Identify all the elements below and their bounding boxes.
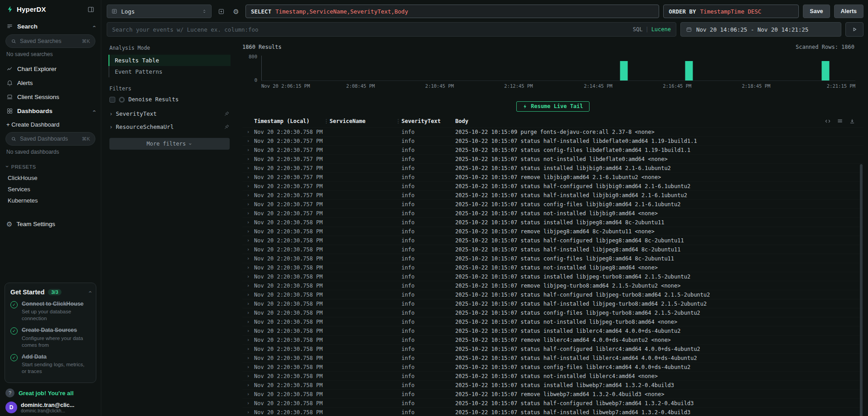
row-expand-icon[interactable]: ›	[242, 337, 254, 343]
more-filters-button[interactable]: More filters ›	[109, 138, 230, 150]
event-search-box[interactable]: SQL | Lucene	[107, 22, 676, 37]
source-settings-button[interactable]: ⚙	[231, 5, 241, 18]
histogram-bar[interactable]	[822, 61, 830, 80]
preset-clickhouse[interactable]: ClickHouse	[0, 172, 101, 184]
table-row[interactable]: ›Nov 20 2:20:30.758 PMinfo2025-10-22 10:…	[242, 217, 863, 227]
chart-plot[interactable]	[261, 56, 855, 81]
table-row[interactable]: ›Nov 20 2:20:30.758 PMinfo2025-10-22 10:…	[242, 371, 863, 380]
row-expand-icon[interactable]: ›	[242, 265, 254, 270]
row-expand-icon[interactable]: ›	[242, 283, 254, 288]
sidebar-item-team-settings[interactable]: ⚙ Team Settings	[0, 217, 101, 231]
row-expand-icon[interactable]: ›	[242, 292, 254, 298]
row-expand-icon[interactable]: ›	[242, 328, 254, 334]
get-started-step-connect[interactable]: ✓ Connect to ClickHouse Set up your data…	[10, 301, 90, 322]
row-expand-icon[interactable]: ›	[242, 319, 254, 325]
row-expand-icon[interactable]: ›	[242, 246, 254, 252]
table-row[interactable]: ›Nov 20 2:20:30.758 PMinfo2025-10-22 10:…	[242, 353, 863, 362]
get-started-step-sources[interactable]: ✓ Create Data Sources Configure where yo…	[10, 327, 90, 349]
save-button[interactable]: Save	[803, 5, 830, 18]
row-expand-icon[interactable]: ›	[242, 147, 254, 153]
mode-event-patterns[interactable]: Event Patterns	[108, 66, 231, 77]
col-servicename[interactable]: ServiceName	[330, 118, 401, 124]
table-row[interactable]: ›Nov 20 2:20:30.758 PMinfo2025-10-22 10:…	[242, 389, 863, 398]
denoise-results-toggle[interactable]: Denoise Results	[108, 95, 231, 107]
row-density-icon[interactable]	[837, 118, 843, 124]
table-row[interactable]: ›Nov 20 2:20:30.757 PMinfo2025-10-22 10:…	[242, 181, 863, 190]
alerts-button[interactable]: Alerts	[834, 5, 863, 18]
row-expand-icon[interactable]: ›	[242, 174, 254, 180]
row-expand-icon[interactable]: ›	[242, 391, 254, 397]
scrollbar[interactable]	[860, 164, 863, 416]
row-expand-icon[interactable]: ›	[242, 138, 254, 144]
table-row[interactable]: ›Nov 20 2:20:30.758 PMinfo2025-10-22 10:…	[242, 272, 863, 281]
saved-searches-input[interactable]: Saved Searches ⌘K	[5, 34, 95, 48]
row-expand-icon[interactable]: ›	[242, 237, 254, 243]
sql-toggle[interactable]: SQL	[633, 26, 643, 33]
user-menu[interactable]: D dominic.tran@clic... dominic.tran@clic…	[0, 398, 101, 413]
pin-icon[interactable]	[224, 124, 230, 130]
table-row[interactable]: ›Nov 20 2:20:30.757 PMinfo2025-10-22 10:…	[242, 154, 863, 163]
sidebar-section-dashboards[interactable]: Dashboards ›	[0, 104, 101, 118]
table-row[interactable]: ›Nov 20 2:20:30.758 PMinfo2025-10-22 10:…	[242, 326, 863, 335]
lucene-toggle[interactable]: Lucene	[651, 26, 671, 33]
table-row[interactable]: ›Nov 20 2:20:30.758 PMinfo2025-10-22 10:…	[242, 281, 863, 290]
row-expand-icon[interactable]: ›	[242, 301, 254, 307]
row-expand-icon[interactable]: ›	[242, 373, 254, 379]
table-row[interactable]: ›Nov 20 2:20:30.757 PMinfo2025-10-22 10:…	[242, 163, 863, 172]
sidebar-item-client-sessions[interactable]: Client Sessions	[0, 90, 101, 104]
checkbox[interactable]	[109, 97, 115, 103]
order-by-input[interactable]: ORDER BY TimestampTime DESC	[663, 5, 799, 18]
date-range-picker[interactable]: Nov 20 14:06:25 - Nov 20 14:21:25	[680, 22, 841, 37]
table-row[interactable]: ›Nov 20 2:20:30.757 PMinfo2025-10-22 10:…	[242, 145, 863, 154]
code-view-icon[interactable]	[825, 118, 831, 124]
col-timestamp[interactable]: Timestamp (Local)	[254, 118, 330, 124]
row-expand-icon[interactable]: ›	[242, 409, 254, 415]
row-expand-icon[interactable]: ›	[242, 201, 254, 207]
help-button[interactable]: ?	[5, 388, 14, 397]
run-query-button[interactable]	[845, 22, 863, 37]
lucene-search-input[interactable]	[112, 26, 629, 33]
preset-kubernetes[interactable]: Kubernetes	[0, 195, 101, 206]
get-started-step-add-data[interactable]: ✓ Add Data Start sending logs, metrics, …	[10, 354, 90, 375]
row-expand-icon[interactable]: ›	[242, 382, 254, 388]
col-body[interactable]: Body	[455, 118, 825, 124]
download-icon[interactable]	[849, 118, 855, 124]
resume-live-tail-button[interactable]: Resume Live Tail	[516, 101, 590, 112]
sidebar-item-alerts[interactable]: Alerts	[0, 76, 101, 90]
source-selector[interactable]: Logs	[107, 5, 212, 18]
mode-results-table[interactable]: Results Table	[108, 55, 231, 66]
table-row[interactable]: ›Nov 20 2:20:30.758 PMinfo2025-10-22 10:…	[242, 308, 863, 317]
row-expand-icon[interactable]: ›	[242, 165, 254, 171]
preset-services[interactable]: Services	[0, 184, 101, 195]
table-row[interactable]: ›Nov 20 2:20:30.758 PMinfo2025-10-22 10:…	[242, 398, 863, 407]
table-row[interactable]: ›Nov 20 2:20:30.757 PMinfo2025-10-22 10:…	[242, 136, 863, 145]
table-row[interactable]: ›Nov 20 2:20:30.757 PMinfo2025-10-22 10:…	[242, 208, 863, 217]
row-expand-icon[interactable]: ›	[242, 364, 254, 370]
table-row[interactable]: ›Nov 20 2:20:30.758 PMinfo2025-10-22 10:…	[242, 335, 863, 344]
row-expand-icon[interactable]: ›	[242, 346, 254, 352]
table-row[interactable]: ›Nov 20 2:20:30.758 PMinfo2025-10-22 10:…	[242, 362, 863, 371]
row-expand-icon[interactable]: ›	[242, 192, 254, 198]
table-row[interactable]: ›Nov 20 2:20:30.758 PMinfo2025-10-22 10:…	[242, 263, 863, 272]
row-expand-icon[interactable]: ›	[242, 274, 254, 279]
table-row[interactable]: ›Nov 20 2:20:30.758 PMinfo2025-10-22 10:…	[242, 407, 863, 416]
col-severitytext[interactable]: SeverityText	[401, 118, 455, 124]
sidebar-item-chart-explorer[interactable]: Chart Explorer	[0, 62, 101, 76]
histogram-bar[interactable]	[685, 61, 693, 80]
sidebar-collapse-button[interactable]	[87, 6, 94, 13]
table-row[interactable]: ›Nov 20 2:20:30.758 PMinfo2025-10-22 10:…	[242, 245, 863, 254]
table-row[interactable]: ›Nov 20 2:20:30.758 PMinfo2025-10-22 10:…	[242, 290, 863, 299]
row-expand-icon[interactable]: ›	[242, 355, 254, 361]
row-expand-icon[interactable]: ›	[242, 183, 254, 189]
row-expand-icon[interactable]: ›	[242, 219, 254, 225]
table-row[interactable]: ›Nov 20 2:20:30.758 PMinfo2025-10-22 10:…	[242, 127, 863, 136]
table-row[interactable]: ›Nov 20 2:20:30.757 PMinfo2025-10-22 10:…	[242, 172, 863, 181]
table-row[interactable]: ›Nov 20 2:20:30.758 PMinfo2025-10-22 10:…	[242, 299, 863, 308]
saved-dashboards-input[interactable]: Saved Dashboards ⌘K	[5, 132, 95, 146]
row-expand-icon[interactable]: ›	[242, 255, 254, 261]
row-expand-icon[interactable]: ›	[242, 210, 254, 216]
pin-icon[interactable]	[224, 111, 230, 117]
row-expand-icon[interactable]: ›	[242, 129, 254, 135]
get-started-header[interactable]: Get Started 3/3 ›	[10, 288, 90, 296]
create-dashboard-button[interactable]: + Create Dashboard	[0, 118, 101, 131]
